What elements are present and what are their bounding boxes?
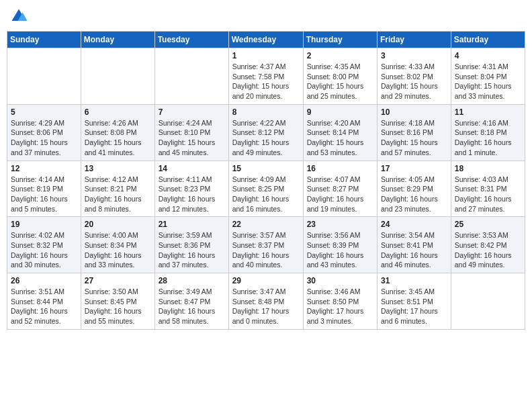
day-number: 27 xyxy=(85,276,151,285)
calendar-cell: 15Sunrise: 4:09 AM Sunset: 8:25 PM Dayli… xyxy=(228,161,303,217)
day-info: Sunrise: 4:00 AM Sunset: 8:34 PM Dayligh… xyxy=(85,230,151,270)
day-number: 9 xyxy=(307,107,373,117)
calendar-week-row: 12Sunrise: 4:14 AM Sunset: 8:19 PM Dayli… xyxy=(7,161,525,217)
calendar-cell: 2Sunrise: 4:35 AM Sunset: 8:00 PM Daylig… xyxy=(303,48,377,105)
calendar-cell: 27Sunrise: 3:50 AM Sunset: 8:45 PM Dayli… xyxy=(81,273,154,330)
calendar-week-row: 26Sunrise: 3:51 AM Sunset: 8:44 PM Dayli… xyxy=(7,273,525,330)
day-number: 25 xyxy=(455,220,521,229)
day-number: 4 xyxy=(455,51,521,60)
day-number: 19 xyxy=(11,220,77,229)
day-info: Sunrise: 4:24 AM Sunset: 8:10 PM Dayligh… xyxy=(159,118,225,158)
day-number: 31 xyxy=(381,276,447,285)
day-number: 10 xyxy=(381,107,447,117)
day-number: 22 xyxy=(232,220,300,229)
day-info: Sunrise: 4:05 AM Sunset: 8:29 PM Dayligh… xyxy=(381,175,447,214)
day-info: Sunrise: 3:56 AM Sunset: 8:39 PM Dayligh… xyxy=(307,230,373,270)
day-info: Sunrise: 3:53 AM Sunset: 8:42 PM Dayligh… xyxy=(455,230,521,270)
calendar-cell xyxy=(451,273,525,330)
calendar-cell: 30Sunrise: 3:46 AM Sunset: 8:50 PM Dayli… xyxy=(303,273,377,330)
calendar-cell: 14Sunrise: 4:11 AM Sunset: 8:23 PM Dayli… xyxy=(154,161,228,217)
calendar-header-row: SundayMondayTuesdayWednesdayThursdayFrid… xyxy=(7,32,525,48)
day-info: Sunrise: 4:33 AM Sunset: 8:02 PM Dayligh… xyxy=(381,62,447,101)
page-header xyxy=(7,7,525,26)
calendar-cell: 8Sunrise: 4:22 AM Sunset: 8:12 PM Daylig… xyxy=(228,104,303,161)
logo-icon xyxy=(9,7,28,26)
day-info: Sunrise: 4:22 AM Sunset: 8:12 PM Dayligh… xyxy=(232,118,300,158)
day-info: Sunrise: 3:46 AM Sunset: 8:50 PM Dayligh… xyxy=(307,287,373,326)
calendar-cell: 26Sunrise: 3:51 AM Sunset: 8:44 PM Dayli… xyxy=(7,273,81,330)
calendar-week-row: 5Sunrise: 4:29 AM Sunset: 8:06 PM Daylig… xyxy=(7,104,525,161)
calendar-cell: 20Sunrise: 4:00 AM Sunset: 8:34 PM Dayli… xyxy=(81,217,154,273)
day-number: 7 xyxy=(159,107,225,117)
day-number: 17 xyxy=(381,164,447,173)
calendar-cell: 7Sunrise: 4:24 AM Sunset: 8:10 PM Daylig… xyxy=(154,104,228,161)
calendar-cell: 29Sunrise: 3:47 AM Sunset: 8:48 PM Dayli… xyxy=(228,273,303,330)
calendar-cell: 21Sunrise: 3:59 AM Sunset: 8:36 PM Dayli… xyxy=(154,217,228,273)
calendar-cell: 12Sunrise: 4:14 AM Sunset: 8:19 PM Dayli… xyxy=(7,161,81,217)
calendar-cell: 5Sunrise: 4:29 AM Sunset: 8:06 PM Daylig… xyxy=(7,104,81,161)
calendar-cell: 10Sunrise: 4:18 AM Sunset: 8:16 PM Dayli… xyxy=(378,104,451,161)
calendar-cell: 25Sunrise: 3:53 AM Sunset: 8:42 PM Dayli… xyxy=(451,217,525,273)
day-info: Sunrise: 4:03 AM Sunset: 8:31 PM Dayligh… xyxy=(455,175,521,214)
day-number: 6 xyxy=(85,107,151,117)
day-number: 14 xyxy=(159,164,225,173)
day-number: 13 xyxy=(85,164,151,173)
day-info: Sunrise: 4:02 AM Sunset: 8:32 PM Dayligh… xyxy=(11,230,77,270)
weekday-header: Saturday xyxy=(451,32,525,48)
calendar-week-row: 1Sunrise: 4:37 AM Sunset: 7:58 PM Daylig… xyxy=(7,48,525,105)
day-number: 12 xyxy=(11,164,77,173)
day-number: 24 xyxy=(381,220,447,229)
day-number: 5 xyxy=(11,107,77,117)
weekday-header: Sunday xyxy=(7,32,81,48)
day-number: 8 xyxy=(232,107,300,117)
day-number: 23 xyxy=(307,220,373,229)
day-number: 26 xyxy=(11,276,77,285)
calendar-cell xyxy=(7,48,81,105)
calendar-cell: 18Sunrise: 4:03 AM Sunset: 8:31 PM Dayli… xyxy=(451,161,525,217)
calendar-cell: 31Sunrise: 3:45 AM Sunset: 8:51 PM Dayli… xyxy=(378,273,451,330)
calendar-cell: 13Sunrise: 4:12 AM Sunset: 8:21 PM Dayli… xyxy=(81,161,154,217)
day-number: 18 xyxy=(455,164,521,173)
day-info: Sunrise: 3:51 AM Sunset: 8:44 PM Dayligh… xyxy=(11,287,77,326)
day-info: Sunrise: 4:18 AM Sunset: 8:16 PM Dayligh… xyxy=(381,118,447,158)
logo xyxy=(9,7,31,26)
weekday-header: Monday xyxy=(81,32,154,48)
day-info: Sunrise: 3:54 AM Sunset: 8:41 PM Dayligh… xyxy=(381,230,447,270)
day-info: Sunrise: 4:29 AM Sunset: 8:06 PM Dayligh… xyxy=(11,118,77,158)
calendar-cell: 3Sunrise: 4:33 AM Sunset: 8:02 PM Daylig… xyxy=(378,48,451,105)
day-number: 20 xyxy=(85,220,151,229)
day-number: 1 xyxy=(232,51,300,60)
calendar-cell xyxy=(81,48,154,105)
calendar-cell: 19Sunrise: 4:02 AM Sunset: 8:32 PM Dayli… xyxy=(7,217,81,273)
day-number: 30 xyxy=(307,276,373,285)
day-number: 15 xyxy=(232,164,300,173)
day-info: Sunrise: 3:50 AM Sunset: 8:45 PM Dayligh… xyxy=(85,287,151,326)
day-info: Sunrise: 4:20 AM Sunset: 8:14 PM Dayligh… xyxy=(307,118,373,158)
day-info: Sunrise: 4:07 AM Sunset: 8:27 PM Dayligh… xyxy=(307,175,373,214)
day-number: 2 xyxy=(307,51,373,60)
day-info: Sunrise: 4:35 AM Sunset: 8:00 PM Dayligh… xyxy=(307,62,373,101)
day-info: Sunrise: 3:49 AM Sunset: 8:47 PM Dayligh… xyxy=(159,287,225,326)
calendar-cell: 9Sunrise: 4:20 AM Sunset: 8:14 PM Daylig… xyxy=(303,104,377,161)
calendar-cell: 1Sunrise: 4:37 AM Sunset: 7:58 PM Daylig… xyxy=(228,48,303,105)
calendar-week-row: 19Sunrise: 4:02 AM Sunset: 8:32 PM Dayli… xyxy=(7,217,525,273)
calendar-table: SundayMondayTuesdayWednesdayThursdayFrid… xyxy=(7,31,525,330)
day-info: Sunrise: 4:14 AM Sunset: 8:19 PM Dayligh… xyxy=(11,175,77,214)
calendar-cell: 4Sunrise: 4:31 AM Sunset: 8:04 PM Daylig… xyxy=(451,48,525,105)
day-info: Sunrise: 4:31 AM Sunset: 8:04 PM Dayligh… xyxy=(455,62,521,101)
calendar-cell: 6Sunrise: 4:26 AM Sunset: 8:08 PM Daylig… xyxy=(81,104,154,161)
weekday-header: Friday xyxy=(378,32,451,48)
day-info: Sunrise: 3:45 AM Sunset: 8:51 PM Dayligh… xyxy=(381,287,447,326)
day-info: Sunrise: 4:26 AM Sunset: 8:08 PM Dayligh… xyxy=(85,118,151,158)
calendar-cell: 17Sunrise: 4:05 AM Sunset: 8:29 PM Dayli… xyxy=(378,161,451,217)
calendar-cell: 24Sunrise: 3:54 AM Sunset: 8:41 PM Dayli… xyxy=(378,217,451,273)
day-info: Sunrise: 3:57 AM Sunset: 8:37 PM Dayligh… xyxy=(232,230,300,270)
day-number: 21 xyxy=(159,220,225,229)
calendar-cell: 28Sunrise: 3:49 AM Sunset: 8:47 PM Dayli… xyxy=(154,273,228,330)
day-number: 28 xyxy=(159,276,225,285)
weekday-header: Thursday xyxy=(303,32,377,48)
day-info: Sunrise: 4:16 AM Sunset: 8:18 PM Dayligh… xyxy=(455,118,521,158)
day-number: 29 xyxy=(232,276,300,285)
day-info: Sunrise: 4:09 AM Sunset: 8:25 PM Dayligh… xyxy=(232,175,300,214)
day-number: 3 xyxy=(381,51,447,60)
